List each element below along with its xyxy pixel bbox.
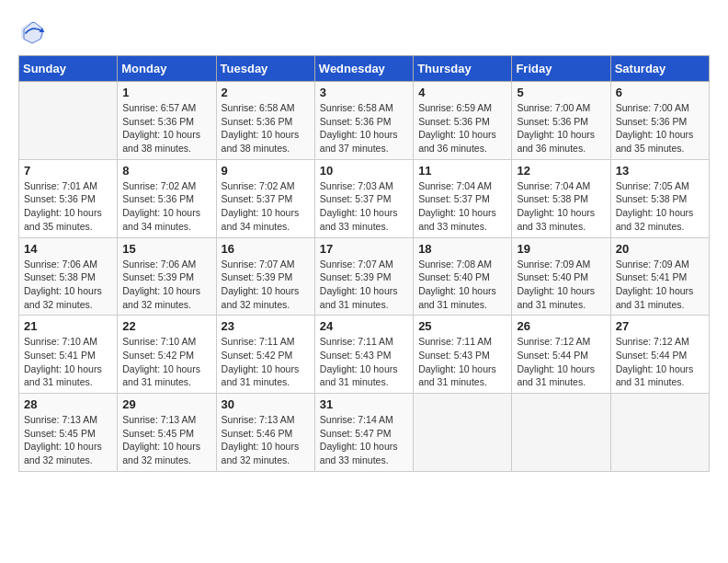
day-number: 19 (517, 242, 605, 256)
day-info: Sunrise: 7:00 AM Sunset: 5:36 PM Dayligh… (616, 101, 704, 155)
day-info: Sunrise: 7:00 AM Sunset: 5:36 PM Dayligh… (517, 101, 605, 155)
day-number: 18 (418, 242, 506, 256)
day-cell: 1Sunrise: 6:57 AM Sunset: 5:36 PM Daylig… (118, 82, 216, 160)
day-number: 11 (418, 164, 506, 178)
day-cell: 31Sunrise: 7:14 AM Sunset: 5:47 PM Dayli… (314, 394, 413, 472)
day-cell: 17Sunrise: 7:07 AM Sunset: 5:39 PM Dayli… (314, 237, 413, 316)
day-cell: 22Sunrise: 7:10 AM Sunset: 5:42 PM Dayli… (118, 316, 216, 394)
day-cell: 14Sunrise: 7:06 AM Sunset: 5:38 PM Dayli… (19, 237, 118, 316)
day-number: 30 (222, 397, 310, 411)
day-number: 29 (122, 397, 210, 411)
day-info: Sunrise: 7:13 AM Sunset: 5:45 PM Dayligh… (122, 413, 210, 467)
day-number: 16 (222, 242, 310, 256)
week-row-1: 1Sunrise: 6:57 AM Sunset: 5:36 PM Daylig… (19, 82, 710, 160)
day-info: Sunrise: 7:04 AM Sunset: 5:37 PM Dayligh… (418, 179, 506, 234)
day-cell: 6Sunrise: 7:00 AM Sunset: 5:36 PM Daylig… (610, 82, 709, 160)
logo (18, 18, 50, 46)
day-cell: 18Sunrise: 7:08 AM Sunset: 5:40 PM Dayli… (414, 237, 512, 316)
day-cell: 7Sunrise: 7:01 AM Sunset: 5:36 PM Daylig… (19, 159, 118, 237)
day-info: Sunrise: 7:11 AM Sunset: 5:42 PM Dayligh… (222, 335, 310, 389)
day-number: 10 (320, 164, 408, 178)
week-row-4: 21Sunrise: 7:10 AM Sunset: 5:41 PM Dayli… (19, 316, 710, 394)
day-number: 1 (122, 86, 210, 99)
day-info: Sunrise: 7:12 AM Sunset: 5:44 PM Dayligh… (616, 335, 704, 389)
day-cell: 20Sunrise: 7:09 AM Sunset: 5:41 PM Dayli… (610, 237, 709, 316)
day-number: 9 (222, 164, 310, 178)
page-header (18, 18, 710, 46)
day-cell: 4Sunrise: 6:59 AM Sunset: 5:36 PM Daylig… (414, 82, 512, 160)
day-cell: 8Sunrise: 7:02 AM Sunset: 5:36 PM Daylig… (118, 159, 216, 237)
day-number: 5 (517, 86, 605, 99)
day-cell: 21Sunrise: 7:10 AM Sunset: 5:41 PM Dayli… (19, 316, 118, 394)
day-cell: 26Sunrise: 7:12 AM Sunset: 5:44 PM Dayli… (512, 316, 610, 394)
week-row-2: 7Sunrise: 7:01 AM Sunset: 5:36 PM Daylig… (19, 159, 710, 237)
day-info: Sunrise: 7:04 AM Sunset: 5:38 PM Dayligh… (517, 179, 605, 234)
column-header-wednesday: Wednesday (314, 56, 413, 82)
week-row-5: 28Sunrise: 7:13 AM Sunset: 5:45 PM Dayli… (19, 394, 710, 472)
day-info: Sunrise: 7:11 AM Sunset: 5:43 PM Dayligh… (418, 335, 506, 389)
day-number: 2 (222, 86, 310, 99)
day-info: Sunrise: 7:02 AM Sunset: 5:37 PM Dayligh… (222, 179, 310, 234)
day-number: 15 (122, 242, 210, 256)
day-number: 14 (24, 242, 112, 256)
column-header-sunday: Sunday (19, 56, 118, 82)
day-info: Sunrise: 7:11 AM Sunset: 5:43 PM Dayligh… (320, 335, 408, 389)
day-cell (414, 394, 512, 472)
day-info: Sunrise: 6:59 AM Sunset: 5:36 PM Dayligh… (418, 101, 506, 155)
calendar-table: SundayMondayTuesdayWednesdayThursdayFrid… (18, 55, 710, 472)
day-number: 23 (222, 319, 310, 333)
day-number: 27 (616, 319, 704, 333)
day-info: Sunrise: 7:03 AM Sunset: 5:37 PM Dayligh… (320, 179, 408, 234)
header-row: SundayMondayTuesdayWednesdayThursdayFrid… (19, 56, 710, 82)
day-number: 20 (616, 242, 704, 256)
day-info: Sunrise: 7:12 AM Sunset: 5:44 PM Dayligh… (517, 335, 605, 389)
day-cell: 3Sunrise: 6:58 AM Sunset: 5:36 PM Daylig… (314, 82, 413, 160)
column-header-tuesday: Tuesday (216, 56, 314, 82)
day-number: 4 (418, 86, 506, 99)
column-header-friday: Friday (512, 56, 610, 82)
day-cell: 27Sunrise: 7:12 AM Sunset: 5:44 PM Dayli… (610, 316, 709, 394)
day-info: Sunrise: 7:06 AM Sunset: 5:38 PM Dayligh… (24, 258, 112, 312)
day-info: Sunrise: 6:58 AM Sunset: 5:36 PM Dayligh… (320, 101, 408, 155)
day-number: 24 (320, 319, 408, 333)
day-info: Sunrise: 7:01 AM Sunset: 5:36 PM Dayligh… (24, 179, 112, 234)
day-number: 8 (122, 164, 210, 178)
day-number: 13 (616, 164, 704, 178)
day-cell: 12Sunrise: 7:04 AM Sunset: 5:38 PM Dayli… (512, 159, 610, 237)
day-cell: 15Sunrise: 7:06 AM Sunset: 5:39 PM Dayli… (118, 237, 216, 316)
column-header-thursday: Thursday (414, 56, 512, 82)
column-header-monday: Monday (118, 56, 216, 82)
day-info: Sunrise: 7:09 AM Sunset: 5:41 PM Dayligh… (616, 258, 704, 312)
day-info: Sunrise: 7:13 AM Sunset: 5:45 PM Dayligh… (24, 413, 112, 467)
week-row-3: 14Sunrise: 7:06 AM Sunset: 5:38 PM Dayli… (19, 237, 710, 316)
day-cell: 28Sunrise: 7:13 AM Sunset: 5:45 PM Dayli… (19, 394, 118, 472)
day-cell (512, 394, 610, 472)
day-info: Sunrise: 6:57 AM Sunset: 5:36 PM Dayligh… (122, 101, 210, 155)
day-info: Sunrise: 7:06 AM Sunset: 5:39 PM Dayligh… (122, 258, 210, 312)
day-cell: 25Sunrise: 7:11 AM Sunset: 5:43 PM Dayli… (414, 316, 512, 394)
day-cell: 2Sunrise: 6:58 AM Sunset: 5:36 PM Daylig… (216, 82, 314, 160)
day-number: 21 (24, 319, 112, 333)
day-cell: 16Sunrise: 7:07 AM Sunset: 5:39 PM Dayli… (216, 237, 314, 316)
logo-icon (18, 18, 46, 46)
day-number: 25 (418, 319, 506, 333)
day-info: Sunrise: 7:07 AM Sunset: 5:39 PM Dayligh… (222, 258, 310, 312)
day-number: 7 (24, 164, 112, 178)
day-cell: 29Sunrise: 7:13 AM Sunset: 5:45 PM Dayli… (118, 394, 216, 472)
day-info: Sunrise: 7:09 AM Sunset: 5:40 PM Dayligh… (517, 258, 605, 312)
day-info: Sunrise: 7:07 AM Sunset: 5:39 PM Dayligh… (320, 258, 408, 312)
day-number: 12 (517, 164, 605, 178)
day-info: Sunrise: 6:58 AM Sunset: 5:36 PM Dayligh… (222, 101, 310, 155)
day-number: 17 (320, 242, 408, 256)
day-cell: 13Sunrise: 7:05 AM Sunset: 5:38 PM Dayli… (610, 159, 709, 237)
day-cell: 10Sunrise: 7:03 AM Sunset: 5:37 PM Dayli… (314, 159, 413, 237)
day-info: Sunrise: 7:13 AM Sunset: 5:46 PM Dayligh… (222, 413, 310, 467)
day-number: 22 (122, 319, 210, 333)
day-cell: 11Sunrise: 7:04 AM Sunset: 5:37 PM Dayli… (414, 159, 512, 237)
day-info: Sunrise: 7:10 AM Sunset: 5:41 PM Dayligh… (24, 335, 112, 389)
day-info: Sunrise: 7:10 AM Sunset: 5:42 PM Dayligh… (122, 335, 210, 389)
day-number: 28 (24, 397, 112, 411)
day-cell: 19Sunrise: 7:09 AM Sunset: 5:40 PM Dayli… (512, 237, 610, 316)
day-number: 26 (517, 319, 605, 333)
day-cell: 30Sunrise: 7:13 AM Sunset: 5:46 PM Dayli… (216, 394, 314, 472)
